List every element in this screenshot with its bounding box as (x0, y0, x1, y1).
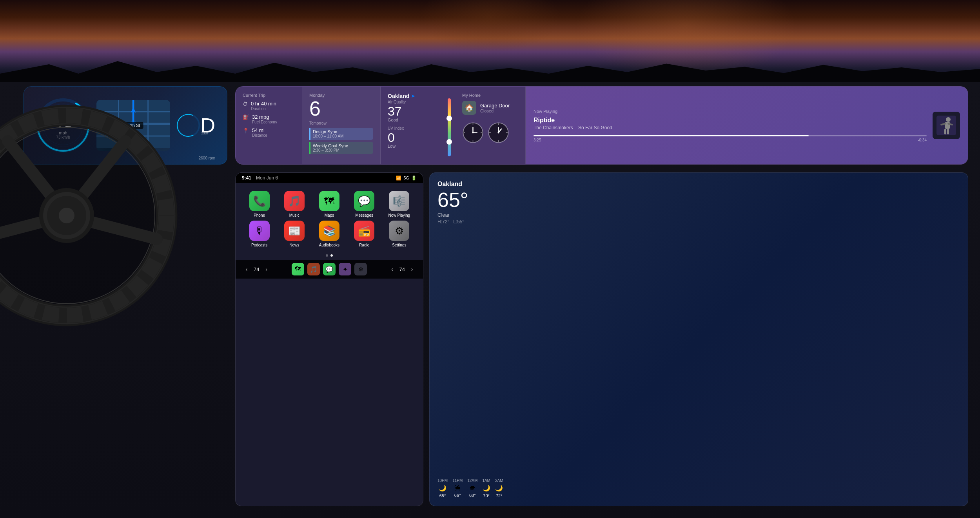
garage-door-item[interactable]: 🏠 Garage Door Closed (462, 101, 518, 115)
hourly-temp-2: 68° (469, 493, 476, 498)
app-news[interactable]: 📰 News (278, 221, 310, 247)
clock-icon: ⏱ (243, 101, 248, 107)
instrument-cluster: 45 mph 73 km/h (24, 86, 227, 165)
phone-label: Phone (254, 213, 265, 217)
trip-widget: Current Trip ⏱ 0 hr 40 min Duration ⛽ 32… (236, 87, 302, 164)
app-nowplaying[interactable]: 🎼 Now Playing (383, 191, 415, 217)
messages-label: Messages (355, 213, 373, 217)
temp-decrease-left[interactable]: ‹ (242, 264, 251, 274)
app-settings[interactable]: ⚙ Settings (383, 221, 415, 247)
calendar-widget: Monday 6 Tomorrow Design Sync 10:00 – 11… (302, 87, 381, 164)
trip-title: Current Trip (243, 93, 295, 98)
battery-icon: 🔋 (411, 176, 417, 181)
news-label: News (289, 243, 299, 247)
dot-2[interactable] (330, 254, 333, 257)
event-2-time: 2:30 – 3:30 PM (313, 148, 371, 152)
location-arrow-icon: ➤ (411, 94, 415, 99)
radio-icon: 📻 (354, 221, 374, 241)
remaining-time: -0:34 (918, 138, 927, 142)
app-phone[interactable]: 📞 Phone (243, 191, 275, 217)
carplay-bottom-bar: ‹ 74 › 🗺 🎵 💬 ✦ ❄ ‹ 74 › (236, 260, 423, 279)
app-podcasts[interactable]: 🎙 Podcasts (243, 221, 275, 247)
hourly-item-4: 2AM 🌙 72° (495, 478, 503, 498)
svg-rect-37 (945, 122, 950, 129)
bottom-section: 9:41 Mon Jun 6 📶 5G 🔋 📞 Phone 🎵 Music (235, 172, 968, 506)
app-audiobooks[interactable]: 📚 Audiobooks (313, 221, 345, 247)
signal-icon: 5G (403, 176, 409, 180)
calendar-tomorrow-label: Tomorrow (309, 121, 373, 125)
calendar-event-2[interactable]: Weekly Goal Sync 2:30 – 3:30 PM (309, 142, 373, 154)
hourly-icon-1: 🌦 (454, 484, 461, 491)
current-time: 3:25 (534, 138, 541, 142)
svg-point-36 (946, 117, 951, 122)
nowplaying-icon: 🎼 (389, 191, 409, 211)
progress-bar (534, 135, 927, 136)
trip-duration-value: 0 hr 40 min (251, 101, 295, 107)
bottom-ac-icon[interactable]: ❄ (354, 263, 367, 275)
navigation-map[interactable]: 57th St (96, 100, 170, 151)
maps-label: Maps (325, 213, 334, 217)
garage-door-info: Garage Door Closed (480, 103, 510, 113)
weather-temperature: 65° (437, 190, 960, 210)
air-quality-label: Air Quality (388, 100, 448, 104)
svg-point-29 (498, 132, 499, 134)
app-messages[interactable]: 💬 Messages (348, 191, 380, 217)
carplay-status-bar: 9:41 Mon Jun 6 📶 5G 🔋 (236, 173, 423, 183)
temp-increase-right[interactable]: › (407, 264, 417, 274)
audiobooks-label: Audiobooks (319, 243, 339, 247)
bottom-extra-icon[interactable]: ✦ (339, 263, 351, 275)
status-time: 9:41 (242, 175, 251, 181)
calendar-event-1[interactable]: Design Sync 10:00 – 11:00 AM (309, 128, 373, 140)
app-grid: 📞 Phone 🎵 Music 🗺 Maps 💬 Messages 🎼 (236, 183, 423, 251)
temp-increase-left[interactable]: › (261, 264, 271, 274)
trip-distance-label: Distance (252, 133, 295, 138)
app-radio[interactable]: 📻 Radio (348, 221, 380, 247)
svg-point-48 (39, 188, 94, 243)
event-1-time: 10:00 – 11:00 AM (313, 134, 371, 138)
air-quality-status: Good (388, 118, 448, 122)
air-quality-slider (448, 98, 451, 156)
bottom-nav-center: 🗺 🎵 💬 ✦ ❄ (292, 263, 367, 275)
gear-display: D auto (176, 106, 215, 145)
trip-fuel-info: 32 mpg Fuel Economy (252, 114, 295, 124)
now-playing-song: Riptide (534, 117, 927, 124)
dashboard: 45 mph 73 km/h (0, 82, 980, 518)
uv-index-metric: UV Index 0 Low (388, 126, 448, 149)
temp-decrease-right[interactable]: ‹ (388, 264, 397, 274)
hourly-time-1: 11PM (452, 478, 463, 483)
app-maps[interactable]: 🗺 Maps (313, 191, 345, 217)
home-title: My Home (462, 93, 518, 98)
garage-door-status: Closed (480, 109, 510, 113)
svg-rect-41 (947, 129, 949, 134)
progress-fill (534, 135, 809, 136)
weather-description: Clear (437, 212, 960, 218)
uv-value: 0 (388, 131, 448, 144)
temp-right: 74 (399, 266, 405, 272)
temp-control-left: ‹ 74 › (242, 264, 271, 274)
dot-1[interactable] (326, 254, 328, 257)
status-left: 9:41 Mon Jun 6 (242, 175, 278, 181)
event-1-name: Design Sync (313, 129, 371, 134)
now-playing-label: Now Playing (534, 109, 927, 114)
fuel-icon: ⛽ (243, 114, 249, 120)
hourly-time-4: 2AM (495, 478, 503, 483)
app-music[interactable]: 🎵 Music (278, 191, 310, 217)
bottom-messages-icon[interactable]: 💬 (323, 263, 336, 275)
air-location: Oakland ➤ (388, 93, 448, 99)
bottom-maps-icon[interactable]: 🗺 (292, 263, 304, 275)
now-playing-times: 3:25 -0:34 (534, 138, 927, 142)
hourly-item-1: 11PM 🌦 66° (452, 478, 463, 498)
air-quality-widget: Oakland ➤ Air Quality 37 Good UV Index 0… (381, 87, 455, 164)
radio-label: Radio (359, 243, 369, 247)
air-quality-value: 37 (388, 105, 448, 118)
weather-low: L:55° (453, 219, 464, 225)
event-2-name: Weekly Goal Sync (313, 143, 371, 148)
audiobooks-icon: 📚 (319, 221, 339, 241)
messages-icon: 💬 (354, 191, 374, 211)
bottom-music-icon[interactable]: 🎵 (307, 263, 320, 275)
background-scene (0, 0, 980, 86)
weather-widget: Oakland 65° Clear H:72° L:55° 10PM 🌙 65°… (429, 172, 968, 506)
hourly-time-2: 12AM (467, 478, 477, 483)
news-icon: 📰 (284, 221, 305, 241)
svg-rect-40 (944, 129, 946, 134)
